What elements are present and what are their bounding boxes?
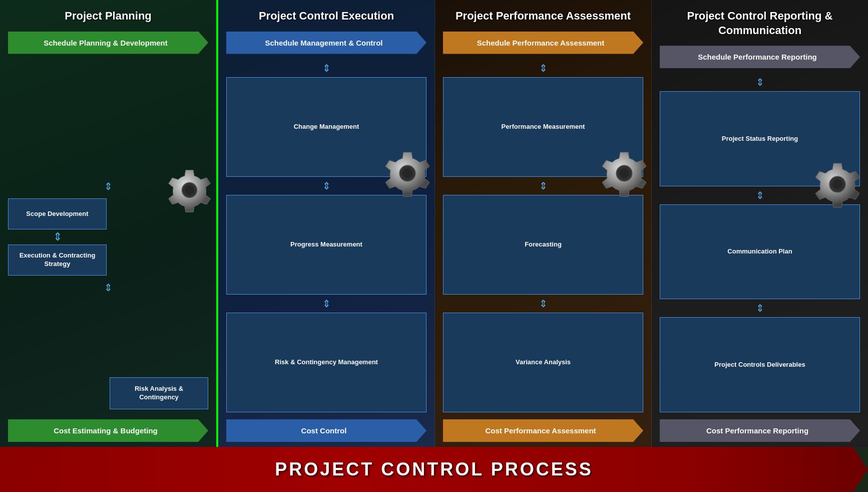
- col-project-control-reporting: Project Control Reporting & Communicatio…: [652, 0, 868, 447]
- col1-bottom-arrow: Cost Estimating & Budgeting: [8, 419, 208, 442]
- col1-box-exec: Execution & Contracting Strategy: [8, 244, 107, 276]
- col4-bottom-arrow-label: Cost Performance Reporting: [706, 426, 808, 435]
- col2-box-progress: Progress Measurement: [226, 195, 426, 295]
- v-arrow-col4-top: ⇕: [660, 76, 860, 88]
- gear-icon-col1: [166, 166, 213, 214]
- col3-top-arrow-label: Schedule Performance Assessment: [477, 39, 605, 47]
- gear-col1: [166, 166, 213, 216]
- col1-title: Project Planning: [8, 9, 208, 24]
- col3-bottom-arrow: Cost Performance Assessment: [443, 419, 643, 442]
- bottom-banner: PROJECT CONTROL PROCESS: [0, 447, 868, 492]
- col2-top-arrow: Schedule Management & Control: [226, 32, 426, 54]
- col4-top-arrow-label: Schedule Performance Reporting: [698, 53, 817, 61]
- columns-area: Project Planning Schedule Planning & Dev…: [0, 0, 868, 447]
- v-arrow-col3-top: ⇕: [443, 62, 643, 74]
- col3-box-variance: Variance Analysis: [443, 313, 643, 412]
- svg-point-1: [185, 185, 194, 195]
- col2-top-arrow-label: Schedule Management & Control: [265, 39, 382, 47]
- col2-bottom-arrow: Cost Control: [226, 419, 426, 442]
- col3-box-forecast: Forecasting: [443, 195, 643, 295]
- v-arrow-1: ⇕: [53, 231, 62, 242]
- gear-col3: [599, 148, 649, 200]
- main-container: Project Planning Schedule Planning & Dev…: [0, 0, 868, 492]
- col4-top-arrow: Schedule Performance Reporting: [660, 46, 860, 68]
- svg-point-3: [402, 168, 412, 178]
- col4-bottom-arrow: Cost Performance Reporting: [660, 419, 860, 442]
- svg-point-7: [832, 179, 842, 189]
- col1-bottom-arrow-label: Cost Estimating & Budgeting: [54, 426, 158, 435]
- col2-box-risk: Risk & Contingency Management: [226, 313, 426, 412]
- col4-box-comm: Communication Plan: [660, 204, 860, 300]
- col-project-control-execution: Project Control Execution Schedule Manag…: [218, 0, 435, 447]
- col3-bottom-arrow-label: Cost Performance Assessment: [485, 426, 596, 435]
- col-project-performance: Project Performance Assessment Schedule …: [435, 0, 652, 447]
- col1-box-risk: Risk Analysis & Contingency: [110, 377, 208, 409]
- gear-icon-col4: [812, 159, 862, 209]
- col4-title: Project Control Reporting & Communicatio…: [660, 9, 860, 38]
- gear-icon-col3: [599, 148, 649, 198]
- gear-col2: [382, 148, 432, 200]
- col-project-planning: Project Planning Schedule Planning & Dev…: [0, 0, 218, 447]
- col3-title: Project Performance Assessment: [443, 9, 643, 24]
- v-arrow-col3-bot: ⇕: [443, 298, 643, 310]
- h-arrow-col1: ⇕: [104, 180, 113, 192]
- col1-top-arrow-label: Schedule Planning & Development: [44, 39, 168, 47]
- v-arrow-col2-top: ⇕: [226, 62, 426, 74]
- col2-bottom-arrow-label: Cost Control: [301, 426, 347, 435]
- bottom-banner-text: PROJECT CONTROL PROCESS: [275, 459, 593, 480]
- col2-title: Project Control Execution: [226, 9, 426, 24]
- svg-point-5: [619, 168, 629, 178]
- v-arrow-col4-bot: ⇕: [660, 302, 860, 314]
- col1-top-arrow: Schedule Planning & Development: [8, 32, 208, 54]
- col4-box-deliverables: Project Controls Deliverables: [660, 317, 860, 412]
- gear-icon-col2: [382, 148, 432, 198]
- gear-col4: [812, 159, 862, 211]
- v-arrow-col2-bot: ⇕: [226, 298, 426, 310]
- col3-top-arrow: Schedule Performance Assessment: [443, 32, 643, 54]
- col1-box-scope: Scope Development: [8, 198, 107, 229]
- h-arrow-col1b: ⇕: [104, 282, 113, 294]
